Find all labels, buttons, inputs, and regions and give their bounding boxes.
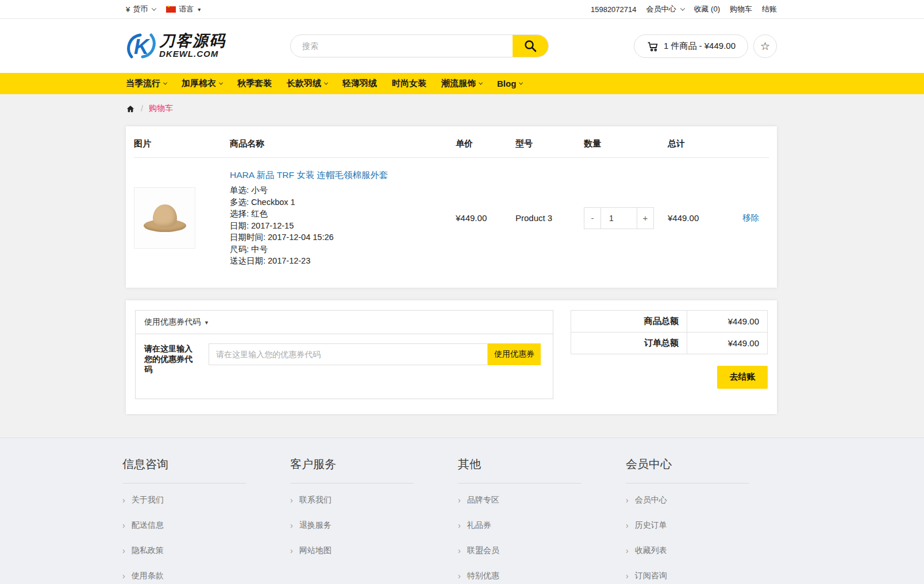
chevron-right-icon: › xyxy=(290,521,293,530)
col-header-quantity: 数量 xyxy=(584,126,668,158)
footer-link-privacy[interactable]: ›隐私政策 xyxy=(122,538,273,563)
chevron-down-icon xyxy=(324,81,328,85)
chevron-right-icon: › xyxy=(626,496,629,505)
chevron-down-icon xyxy=(219,81,223,85)
chevron-down-icon xyxy=(680,6,684,10)
chevron-right-icon: › xyxy=(458,496,461,505)
coupon-code-input[interactable] xyxy=(209,343,488,365)
triangle-down-icon: ▼ xyxy=(204,320,209,326)
order-totals: 商品总额 ¥449.00 订单总额 ¥449.00 去结账 xyxy=(571,310,768,404)
star-icon: ☆ xyxy=(760,40,770,53)
language-label: 语言 xyxy=(179,4,194,14)
product-option: 日期: 2017-12-15 xyxy=(230,220,456,232)
nav-item-thick-coats[interactable]: 加厚棉衣 xyxy=(182,78,222,89)
product-option: 日期时间: 2017-12-04 15:26 xyxy=(230,231,456,243)
totals-row: 商品总额 ¥449.00 xyxy=(571,310,768,332)
footer-link-account[interactable]: ›会员中心 xyxy=(626,488,776,513)
nav-item-autumn-sets[interactable]: 秋季套装 xyxy=(237,78,272,89)
search-button[interactable] xyxy=(513,35,548,57)
product-option: 单选: 小号 xyxy=(230,184,456,196)
home-icon xyxy=(126,105,135,113)
apply-coupon-button[interactable]: 使用优惠券 xyxy=(488,343,541,365)
home-link[interactable] xyxy=(126,105,135,113)
footer-link-giftcards[interactable]: ›礼品券 xyxy=(458,513,609,538)
breadcrumb-current[interactable]: 购物车 xyxy=(149,103,173,114)
remove-item-link[interactable]: 移除 xyxy=(742,213,759,222)
footer-link-about[interactable]: ›关于我们 xyxy=(122,488,273,513)
chevron-down-icon xyxy=(152,6,156,10)
nav-item-trendy[interactable]: 潮流服饰 xyxy=(441,78,482,89)
line-total: ¥449.00 xyxy=(668,158,742,279)
footer-link-contact[interactable]: ›联系我们 xyxy=(290,488,441,513)
language-selector[interactable]: 语言 ▾ xyxy=(166,4,201,14)
coupon-panel: 使用优惠券代码 ▼ 请在这里输入您的优惠券代码 使用优惠券 xyxy=(135,310,553,399)
logo-k-icon: K xyxy=(126,31,157,61)
col-header-image: 图片 xyxy=(134,126,230,158)
quantity-input[interactable] xyxy=(600,207,637,229)
cart-row: HARA 新品 TRF 女装 连帽毛领棉服外套 单选: 小号 多选: Check… xyxy=(134,158,769,279)
summary-card: 使用优惠券代码 ▼ 请在这里输入您的优惠券代码 使用优惠券 商品总额 ¥449.… xyxy=(126,300,777,414)
quantity-increase-button[interactable]: + xyxy=(637,207,654,229)
wishlist-button[interactable]: ☆ xyxy=(753,34,777,58)
coupon-panel-toggle[interactable]: 使用优惠券代码 ▼ xyxy=(136,311,553,334)
unit-price: ¥449.00 xyxy=(456,158,515,279)
cart-summary-button[interactable]: 1 件商品 - ¥449.00 xyxy=(634,34,748,58)
footer-column-other: 其他 ›品牌专区 ›礼品券 ›联盟会员 ›特别优惠 xyxy=(458,451,626,584)
cart-summary-text: 1 件商品 - ¥449.00 xyxy=(664,41,736,52)
chevron-right-icon: › xyxy=(290,546,293,555)
footer-link-affiliates[interactable]: ›联盟会员 xyxy=(458,538,609,563)
cart-icon xyxy=(646,40,659,52)
nav-item-light-down[interactable]: 轻薄羽绒 xyxy=(342,78,377,89)
footer-column-title: 其他 xyxy=(458,451,609,472)
checkout-link[interactable]: 结账 xyxy=(762,4,777,14)
coupon-label: 请在这里输入您的优惠券代码 xyxy=(144,343,196,374)
search-input[interactable] xyxy=(291,35,513,57)
site-logo[interactable]: K 刀客源码 DKEWL.COM xyxy=(126,31,290,61)
col-header-name: 商品名称 xyxy=(230,126,456,158)
quantity-decrease-button[interactable]: - xyxy=(584,207,601,229)
topbar: ¥ 货币 语言 ▾ 15982072714 会员中心 收藏 (0) 购物车 结账 xyxy=(0,0,924,19)
footer-column-info: 信息咨询 ›关于我们 ›配送信息 ›隐私政策 ›使用条款 xyxy=(122,451,290,584)
nav-item-long-down[interactable]: 长款羽绒 xyxy=(287,78,328,89)
wishlist-link[interactable]: 收藏 (0) xyxy=(694,4,721,14)
product-option: 多选: Checkbox 1 xyxy=(230,196,456,208)
footer-link-newsletter[interactable]: ›订阅咨询 xyxy=(626,563,776,584)
logo-domain: DKEWL.COM xyxy=(159,49,218,59)
footer-column-title: 信息咨询 xyxy=(122,451,273,472)
chevron-right-icon: › xyxy=(122,571,125,581)
footer-link-specials[interactable]: ›特别优惠 xyxy=(458,563,609,584)
nav-item-blog[interactable]: Blog xyxy=(497,79,522,88)
footer-link-terms[interactable]: ›使用条款 xyxy=(122,563,273,584)
totals-row: 订单总额 ¥449.00 xyxy=(571,332,768,354)
account-menu[interactable]: 会员中心 xyxy=(646,4,684,14)
header: K 刀客源码 DKEWL.COM xyxy=(0,19,924,73)
product-name-link[interactable]: HARA 新品 TRF 女装 连帽毛领棉服外套 xyxy=(230,169,456,181)
currency-label: 货币 xyxy=(133,4,148,14)
col-header-model: 型号 xyxy=(515,126,584,158)
nav-item-seasonal[interactable]: 当季流行 xyxy=(126,78,167,89)
col-header-price: 单价 xyxy=(456,126,515,158)
footer-column-service: 客户服务 ›联系我们 ›退换服务 ›网站地图 xyxy=(290,451,458,584)
col-header-total: 总计 xyxy=(668,126,742,158)
chevron-right-icon: › xyxy=(122,521,125,530)
chevron-right-icon: › xyxy=(122,546,125,555)
cart-link[interactable]: 购物车 xyxy=(730,4,752,14)
nav-item-fashion-women[interactable]: 时尚女装 xyxy=(392,78,426,89)
search-icon xyxy=(523,39,537,53)
logo-name: 刀客源码 xyxy=(159,32,226,49)
product-thumbnail[interactable] xyxy=(134,187,195,249)
footer-link-returns[interactable]: ›退换服务 xyxy=(290,513,441,538)
currency-selector[interactable]: ¥ 货币 xyxy=(126,4,156,14)
footer-link-brands[interactable]: ›品牌专区 xyxy=(458,488,609,513)
footer-link-order-history[interactable]: ›历史订单 xyxy=(626,513,776,538)
footer-link-delivery[interactable]: ›配送信息 xyxy=(122,513,273,538)
breadcrumb: / 购物车 xyxy=(0,94,924,126)
footer-link-wishlist[interactable]: ›收藏列表 xyxy=(626,538,776,563)
breadcrumb-separator: / xyxy=(141,104,143,113)
checkout-button[interactable]: 去结账 xyxy=(717,366,768,389)
phone-number: 15982072714 xyxy=(591,5,637,14)
order-total-value: ¥449.00 xyxy=(687,332,767,354)
footer-link-sitemap[interactable]: ›网站地图 xyxy=(290,538,441,563)
order-total-label: 订单总额 xyxy=(571,332,687,354)
subtotal-value: ¥449.00 xyxy=(687,310,767,332)
